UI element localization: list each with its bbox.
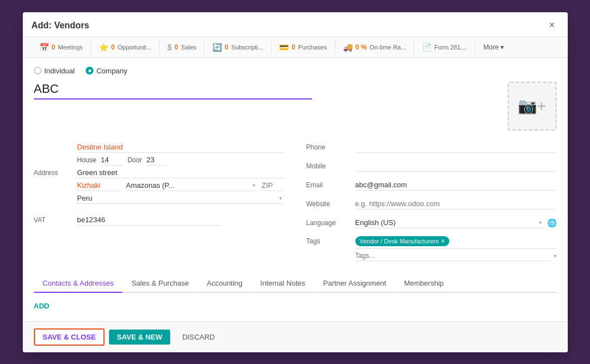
meetings-label: Meetings: [58, 44, 83, 51]
tab-internal-notes[interactable]: Internal Notes: [251, 275, 314, 293]
phone-label: Phone: [306, 143, 351, 151]
tag-remove-button[interactable]: ×: [441, 237, 445, 245]
vat-row: VAT: [34, 215, 284, 226]
email-field: Email: [306, 179, 557, 191]
tag-vendor-desk: Vendor / Desk Manufacturers ×: [355, 236, 449, 246]
country-select[interactable]: Peru: [77, 193, 284, 204]
close-button[interactable]: ×: [546, 19, 559, 32]
modal-overlay: Add: Vendors × 📅 0 Meetings ⭐ 0 Opportun…: [0, 0, 590, 364]
tab-accounting[interactable]: Accounting: [198, 275, 251, 293]
truck-icon: 🚚: [343, 43, 353, 52]
star-icon: ⭐: [99, 43, 108, 52]
state-select[interactable]: Amazonas (P...: [126, 180, 257, 191]
street-input[interactable]: [77, 142, 284, 153]
door-input[interactable]: [146, 154, 168, 166]
photo-upload[interactable]: 📷+: [508, 82, 557, 131]
individual-option[interactable]: Individual: [34, 67, 75, 75]
website-field: Website: [306, 198, 557, 210]
tags-label: Tags: [306, 237, 351, 245]
phone-input[interactable]: [355, 142, 557, 153]
modal-title: Add: Vendors: [32, 21, 90, 31]
meetings-count: 0: [52, 43, 56, 51]
stat-opportunities[interactable]: ⭐ 0 Opportunit...: [91, 41, 160, 54]
form-label: Form 281....: [434, 44, 467, 51]
save-close-button[interactable]: SAVE & CLOSE: [34, 328, 105, 346]
name-photo-row: 📷+: [34, 82, 557, 131]
tags-input[interactable]: [355, 251, 552, 261]
individual-radio[interactable]: [34, 67, 42, 74]
stat-purchases[interactable]: 💳 0 Purchases: [271, 41, 335, 54]
website-label: Website: [306, 200, 351, 208]
tags-arrow-icon: ▾: [554, 253, 557, 259]
on-time-label: On-time Ra...: [370, 44, 406, 51]
language-value-row: English (US) ▾ 🌐: [355, 217, 557, 228]
opportunities-label: Opportunit...: [118, 44, 152, 51]
more-button[interactable]: More ▾: [475, 41, 511, 53]
entity-type-group: Individual Company: [34, 67, 557, 75]
stat-sales[interactable]: $ 0 Sales: [160, 41, 205, 54]
city-state-row: Amazonas (P... ▾: [77, 180, 284, 191]
company-name-input[interactable]: [34, 82, 312, 99]
tab-sales-purchase[interactable]: Sales & Purchase: [122, 275, 197, 293]
subscriptions-label: Subscripti...: [231, 44, 263, 51]
form-left: Address House Door: [34, 142, 284, 266]
company-label: Company: [96, 67, 127, 75]
language-label: Language: [306, 219, 351, 227]
discard-button[interactable]: DISCARD: [175, 330, 223, 345]
email-label: Email: [306, 181, 351, 189]
individual-label: Individual: [44, 67, 75, 75]
modal-footer: SAVE & CLOSE SAVE & NEW DISCARD: [23, 321, 568, 352]
house-input[interactable]: [101, 154, 123, 166]
door-label: Door: [127, 156, 142, 164]
tab-membership[interactable]: Membership: [395, 275, 453, 293]
stat-subscriptions[interactable]: 🔄 0 Subscripti...: [205, 41, 271, 54]
tab-content: ADD: [34, 300, 557, 312]
vat-label: VAT: [34, 216, 73, 224]
street2-input[interactable]: [77, 167, 284, 178]
mobile-input[interactable]: [355, 161, 557, 172]
tags-field: Tags Vendor / Desk Manufacturers × ▾: [306, 236, 557, 261]
house-door-row: House Door: [77, 154, 284, 166]
address-section: Address House Door: [34, 142, 284, 206]
zip-input[interactable]: [262, 180, 284, 191]
phone-field: Phone: [306, 142, 557, 153]
tab-contacts-addresses[interactable]: Contacts & Addresses: [34, 275, 123, 293]
email-input[interactable]: [355, 179, 557, 191]
stat-bar: 📅 0 Meetings ⭐ 0 Opportunit... $ 0 Sales…: [23, 37, 568, 58]
language-field: Language English (US) ▾ 🌐: [306, 217, 557, 228]
mobile-label: Mobile: [306, 162, 351, 170]
sales-count: 0: [175, 43, 179, 51]
company-option[interactable]: Company: [86, 67, 127, 75]
website-input[interactable]: [355, 198, 557, 210]
address-label: Address: [34, 169, 73, 177]
form-grid: Address House Door: [34, 142, 557, 266]
camera-icon: 📷+: [518, 97, 546, 115]
doc-icon: 📄: [422, 43, 432, 52]
stat-meetings[interactable]: 📅 0 Meetings: [32, 41, 91, 54]
add-vendors-modal: Add: Vendors × 📅 0 Meetings ⭐ 0 Opportun…: [23, 12, 568, 352]
save-new-button[interactable]: SAVE & NEW: [109, 330, 170, 345]
subscriptions-count: 0: [225, 43, 229, 51]
city-input[interactable]: [77, 180, 122, 191]
purchases-label: Purchases: [298, 44, 327, 51]
tab-partner-assignment[interactable]: Partner Assignment: [314, 275, 395, 293]
vat-input[interactable]: [77, 215, 222, 226]
chevron-down-icon: ▾: [500, 43, 504, 51]
dollar-icon: $: [167, 43, 172, 52]
sales-label: Sales: [181, 44, 197, 51]
refresh-icon: 🔄: [212, 43, 222, 52]
mobile-field: Mobile: [306, 161, 557, 172]
modal-body: Individual Company 📷+: [23, 58, 568, 321]
stat-on-time-rate[interactable]: 🚚 0 % On-time Ra...: [335, 41, 414, 54]
modal-header: Add: Vendors ×: [23, 12, 568, 37]
company-radio[interactable]: [86, 67, 93, 74]
opportunities-count: 0: [111, 43, 115, 51]
stat-form[interactable]: 📄 Form 281....: [414, 41, 475, 54]
language-select[interactable]: English (US): [355, 217, 544, 228]
house-label: House: [77, 156, 97, 164]
tab-bar: Contacts & Addresses Sales & Purchase Ac…: [34, 275, 557, 293]
address-main-row: Address House Door: [34, 142, 284, 204]
globe-icon[interactable]: 🌐: [547, 218, 557, 227]
card-icon: 💳: [279, 43, 289, 52]
add-button[interactable]: ADD: [34, 300, 49, 312]
